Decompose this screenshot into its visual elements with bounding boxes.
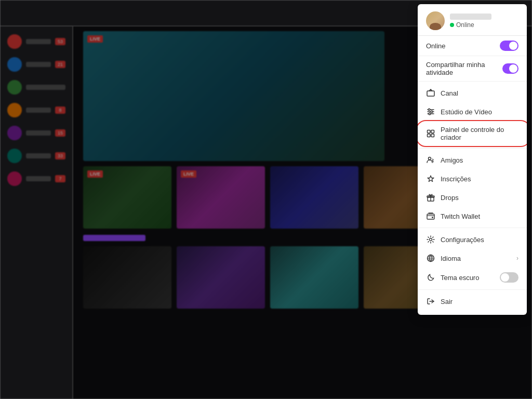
menu-item-configuracoes[interactable]: Configurações — [418, 230, 527, 249]
configuracoes-label: Configurações — [441, 236, 518, 244]
svg-point-15 — [432, 217, 433, 218]
profile-name-area: Online — [450, 14, 491, 29]
twitch-wallet-label: Twitch Wallet — [441, 212, 518, 220]
logout-section: Sair — [418, 290, 527, 313]
menu-item-sair[interactable]: Sair — [418, 292, 527, 311]
sliders-icon — [426, 107, 435, 116]
menu-item-inscricoes[interactable]: Inscrições — [418, 169, 527, 188]
secondary-menu-section: Amigos Inscrições Drops — [418, 149, 527, 228]
online-toggle-switch[interactable] — [500, 41, 518, 51]
settings-menu-section: Configurações Idioma › Tema esc — [418, 228, 527, 290]
main-menu-section: Canal Estúdio de Vídeo — [418, 82, 527, 149]
menu-item-idioma[interactable]: Idioma › — [418, 249, 527, 268]
inscricoes-label: Inscrições — [441, 175, 518, 183]
gift-icon — [426, 193, 435, 202]
dark-theme-toggle[interactable] — [500, 272, 518, 283]
share-activity-row[interactable]: Compartilhar minha atividade — [418, 56, 527, 82]
svg-point-5 — [431, 111, 433, 113]
svg-point-6 — [429, 113, 431, 115]
tv-icon — [426, 88, 435, 98]
share-activity-label: Compartilhar minha atividade — [426, 61, 502, 76]
profile-header: Online — [418, 4, 527, 36]
menu-item-creator-panel[interactable]: Painel de controle do criador — [418, 121, 527, 146]
creator-panel-label: Painel de controle do criador — [441, 126, 518, 141]
menu-item-drops[interactable]: Drops — [418, 188, 527, 207]
svg-rect-14 — [427, 214, 434, 219]
online-toggle-label: Online — [426, 42, 446, 50]
online-text: Online — [456, 21, 474, 29]
amigos-label: Amigos — [441, 156, 518, 164]
moon-icon — [426, 273, 435, 282]
idioma-label: Idioma — [441, 255, 511, 262]
svg-rect-7 — [428, 130, 431, 134]
menu-item-twitch-wallet[interactable]: Twitch Wallet — [418, 207, 527, 225]
users-icon — [426, 155, 435, 165]
online-dot — [450, 23, 454, 27]
idioma-arrow-icon: › — [516, 255, 518, 262]
svg-point-16 — [430, 238, 432, 241]
share-activity-toggle[interactable] — [502, 63, 518, 74]
svg-rect-10 — [431, 134, 434, 137]
menu-item-estudio[interactable]: Estúdio de Vídeo — [418, 102, 527, 121]
online-status-row: Online — [450, 21, 491, 29]
globe-icon — [426, 254, 435, 263]
username-bar — [450, 14, 491, 20]
drops-label: Drops — [441, 194, 518, 202]
menu-item-tema-escuro[interactable]: Tema escuro — [418, 268, 527, 287]
tema-escuro-label: Tema escuro — [441, 274, 495, 282]
estudio-label: Estúdio de Vídeo — [441, 108, 518, 116]
svg-rect-8 — [431, 130, 434, 134]
svg-rect-0 — [427, 91, 434, 96]
grid-icon — [426, 129, 435, 138]
online-toggle-row[interactable]: Online — [418, 36, 527, 56]
svg-rect-9 — [428, 134, 431, 137]
svg-point-11 — [429, 157, 431, 160]
wallet-icon — [426, 211, 435, 221]
menu-item-canal[interactable]: Canal — [418, 84, 527, 102]
avatar — [426, 11, 445, 30]
gear-icon — [426, 235, 435, 244]
sair-label: Sair — [441, 298, 518, 305]
logout-icon — [426, 297, 435, 306]
star-icon — [426, 174, 435, 183]
svg-point-4 — [428, 109, 430, 111]
canal-label: Canal — [441, 89, 518, 97]
profile-dropdown: Online Online Compartilhar minha ativida… — [418, 4, 527, 315]
menu-item-amigos[interactable]: Amigos — [418, 151, 527, 169]
